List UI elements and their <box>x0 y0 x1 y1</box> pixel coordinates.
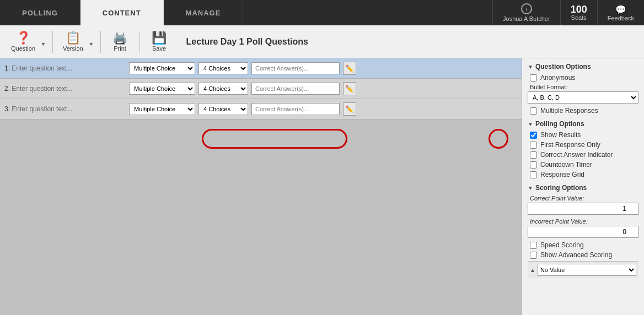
incorrect-point-input[interactable] <box>528 226 638 238</box>
answer-input-1[interactable] <box>251 62 340 74</box>
toolbar-divider-1 <box>52 31 53 53</box>
tab-polling[interactable]: POLLING <box>0 0 80 25</box>
anonymous-option: Anonymous <box>528 74 638 82</box>
question-button[interactable]: ❓ Question <box>7 30 40 54</box>
questions-panel-wrapper: 1. Enter question text... Multiple Choic… <box>0 58 522 315</box>
edit-button-2[interactable]: ✏️ <box>343 82 356 95</box>
questions-panel: 1. Enter question text... Multiple Choic… <box>0 58 522 120</box>
print-icon: 🖨️ <box>112 32 127 44</box>
multiple-responses-option: Multiple Responses <box>528 107 638 115</box>
answer-input-3[interactable] <box>251 103 340 115</box>
save-button[interactable]: 💾 Save <box>146 30 173 54</box>
save-icon: 💾 <box>152 32 167 44</box>
print-button[interactable]: 🖨️ Print <box>106 30 134 54</box>
version-icon: 📋 <box>66 32 80 44</box>
question-choices-select-1[interactable]: 4 Choices 2 Choices 3 Choices 5 Choices <box>198 62 248 74</box>
correct-point-input[interactable] <box>528 203 638 215</box>
question-choices-select-2[interactable]: 4 Choices 2 Choices <box>198 83 248 95</box>
version-button[interactable]: 📋 Version <box>58 30 88 54</box>
seats-info[interactable]: 100 Seats <box>560 0 597 25</box>
top-nav: POLLING CONTENT MANAGE i Joshua A Butche… <box>0 0 644 25</box>
tab-manage[interactable]: MANAGE <box>164 0 244 25</box>
anonymous-checkbox[interactable] <box>530 74 537 82</box>
tab-content[interactable]: CONTENT <box>80 0 164 25</box>
feedback-item[interactable]: 💬 Feedback <box>597 0 644 25</box>
first-response-checkbox[interactable] <box>530 142 537 149</box>
bullet-format-select[interactable]: A, B, C, D 1, 2, 3, 4 a, b, c, d <box>528 91 638 104</box>
correct-answer-option: Correct Answer Indicator <box>528 151 638 159</box>
answer-input-2[interactable] <box>251 83 340 95</box>
page-title: Lecture Day 1 Poll Questions <box>186 37 637 47</box>
response-grid-checkbox[interactable] <box>530 171 537 178</box>
version-btn-group: 📋 Version ▼ <box>58 30 95 54</box>
response-grid-option: Response Grid <box>528 171 638 178</box>
bottom-triangle-icon[interactable]: ▲ <box>530 267 535 273</box>
polling-options-header[interactable]: ▼ Polling Options <box>528 120 638 128</box>
highlight-circle-dropdowns <box>202 129 347 149</box>
feedback-icon: 💬 <box>615 4 626 15</box>
question-num-2: 2. Enter question text... <box>4 85 126 93</box>
correct-answer-checkbox[interactable] <box>530 151 537 159</box>
highlight-circle-edit <box>489 129 508 149</box>
question-row-2: 2. Enter question text... Multiple Choic… <box>0 79 522 99</box>
toolbar-divider-3 <box>139 31 140 53</box>
triangle-icon-polling: ▼ <box>528 121 533 127</box>
question-icon: ❓ <box>16 32 31 44</box>
show-advanced-option: Show Advanced Scoring <box>528 251 638 259</box>
nav-right: i Joshua A Butcher 100 Seats 💬 Feedback <box>492 0 644 25</box>
show-results-option: Show Results <box>528 131 638 139</box>
question-options-header[interactable]: ▼ Question Options <box>528 63 638 70</box>
version-dropdown-arrow[interactable]: ▼ <box>88 41 95 47</box>
question-row-3: 3. Enter question text... Multiple Choic… <box>0 99 522 120</box>
toolbar-divider-2 <box>100 31 101 53</box>
question-num-3: 3. Enter question text... <box>4 105 126 113</box>
first-response-option: First Response Only <box>528 141 638 149</box>
correct-point-label: Correct Point Value: <box>528 195 638 202</box>
main-area: 1. Enter question text... Multiple Choic… <box>0 58 644 315</box>
question-choices-select-3[interactable]: 4 Choices 2 Choices <box>198 103 248 115</box>
triangle-icon-scoring: ▼ <box>528 185 533 191</box>
speed-scoring-checkbox[interactable] <box>530 242 537 249</box>
incorrect-point-label: Incorrect Point Value: <box>528 218 638 225</box>
countdown-checkbox[interactable] <box>530 161 537 169</box>
multiple-responses-checkbox[interactable] <box>530 107 537 115</box>
question-dropdown-arrow[interactable]: ▼ <box>40 41 47 47</box>
edit-button-1[interactable]: ✏️ <box>343 62 356 75</box>
question-num-1: 1. Enter question text... <box>4 64 126 72</box>
triangle-icon-question: ▼ <box>528 64 533 70</box>
user-icon: i <box>521 3 532 14</box>
question-row-1: 1. Enter question text... Multiple Choic… <box>0 58 522 79</box>
question-type-select-2[interactable]: Multiple Choice True/False <box>129 83 195 95</box>
countdown-option: Countdown Timer <box>528 161 638 169</box>
user-info[interactable]: i Joshua A Butcher <box>492 0 560 25</box>
no-value-select[interactable]: No Value Option 1 <box>538 264 636 276</box>
right-panel: ▼ Question Options Anonymous Bullet Form… <box>522 58 644 315</box>
toolbar: ❓ Question ▼ 📋 Version ▼ 🖨️ Print 💾 Save… <box>0 25 644 58</box>
question-type-select-1[interactable]: Multiple Choice True/False Short Answer <box>129 62 195 74</box>
show-advanced-checkbox[interactable] <box>530 252 537 259</box>
scoring-options-header[interactable]: ▼ Scoring Options <box>528 184 638 192</box>
question-btn-group: ❓ Question ▼ <box>7 30 47 54</box>
bullet-format-label: Bullet Format: <box>528 84 638 90</box>
speed-scoring-option: Speed Scoring <box>528 241 638 249</box>
edit-button-3[interactable]: ✏️ <box>343 102 356 116</box>
question-type-select-3[interactable]: Multiple Choice True/False <box>129 103 195 115</box>
show-results-checkbox[interactable] <box>530 132 537 139</box>
bottom-select-row: ▲ No Value Option 1 <box>528 261 638 278</box>
